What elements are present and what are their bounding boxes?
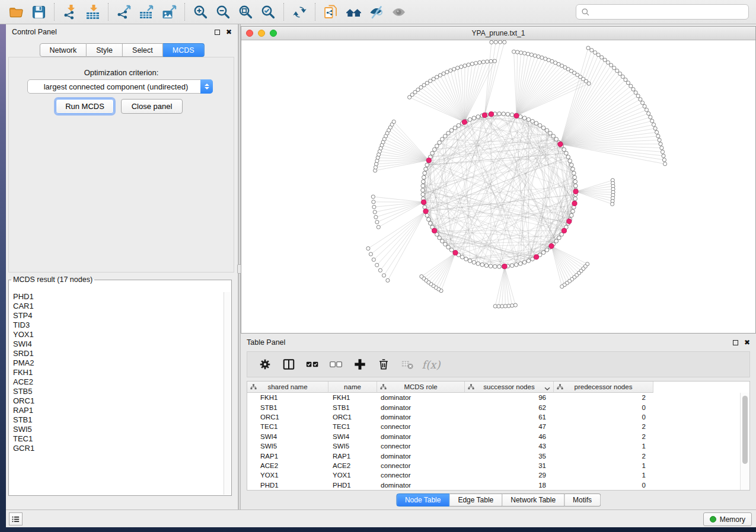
table-cell[interactable]: TEC1 bbox=[328, 423, 377, 430]
close-panel-icon[interactable]: ✖ bbox=[226, 28, 232, 36]
mcds-result-item[interactable]: SWI5 bbox=[9, 425, 224, 434]
memory-button[interactable]: Memory bbox=[703, 512, 752, 526]
table-cell[interactable]: 1 bbox=[554, 443, 653, 450]
mcds-result-item[interactable]: ACE2 bbox=[9, 377, 224, 387]
tab-motifs[interactable]: Motifs bbox=[564, 493, 601, 507]
table-cell[interactable]: 2 bbox=[554, 433, 653, 440]
first-neighbors-button[interactable] bbox=[342, 2, 365, 22]
table-cell[interactable]: 61 bbox=[465, 414, 554, 421]
mcds-result-item[interactable]: SWI4 bbox=[9, 339, 224, 349]
export-image-button[interactable] bbox=[158, 2, 180, 22]
mcds-result-item[interactable]: YOX1 bbox=[9, 330, 224, 339]
zoom-in-button[interactable] bbox=[189, 2, 212, 22]
table-row[interactable]: PHD1PHD1dominator180 bbox=[247, 480, 740, 490]
table-cell[interactable]: 35 bbox=[465, 453, 554, 460]
float-panel-icon[interactable] bbox=[215, 30, 220, 35]
refresh-view-button[interactable] bbox=[288, 2, 311, 22]
table-cell[interactable]: 29 bbox=[465, 472, 554, 479]
table-cell[interactable]: YOX1 bbox=[247, 472, 328, 479]
mcds-result-item[interactable]: PHD1 bbox=[9, 292, 224, 302]
import-network-button[interactable] bbox=[59, 2, 81, 22]
table-cell[interactable]: YOX1 bbox=[328, 472, 377, 479]
mcds-result-item[interactable]: SRD1 bbox=[9, 349, 224, 358]
table-cell[interactable]: 96 bbox=[465, 394, 554, 401]
table-cell[interactable]: dominator bbox=[377, 414, 465, 421]
mcds-result-item[interactable]: STP4 bbox=[9, 311, 224, 321]
tab-style[interactable]: Style bbox=[87, 43, 123, 57]
table-row[interactable]: RAP1RAP1dominator352 bbox=[247, 451, 740, 460]
table-cell[interactable]: SWI4 bbox=[328, 433, 377, 440]
mcds-result-item[interactable]: ORC1 bbox=[9, 396, 224, 406]
table-row[interactable]: SWI4SWI4dominator462 bbox=[247, 432, 740, 441]
table-cell[interactable]: PHD1 bbox=[247, 482, 328, 489]
zoom-selected-button[interactable] bbox=[257, 2, 279, 22]
table-row[interactable]: TEC1TEC1connector472 bbox=[247, 422, 740, 431]
table-cell[interactable]: dominator bbox=[377, 482, 465, 489]
criterion-select[interactable]: largest connected component (undirected) bbox=[27, 79, 213, 94]
tab-node-table[interactable]: Node Table bbox=[396, 493, 450, 507]
table-cell[interactable]: connector bbox=[377, 472, 465, 479]
table-cell[interactable]: RAP1 bbox=[328, 453, 377, 460]
search-box[interactable] bbox=[576, 4, 749, 20]
table-settings-button[interactable] bbox=[254, 354, 276, 375]
table-cell[interactable]: ORC1 bbox=[328, 414, 377, 421]
table-cell[interactable]: STB1 bbox=[247, 404, 328, 411]
task-history-button[interactable] bbox=[9, 512, 23, 525]
table-cell[interactable]: dominator bbox=[377, 404, 465, 411]
table-cell[interactable]: 43 bbox=[465, 443, 554, 450]
mcds-result-item[interactable]: PMA2 bbox=[9, 358, 224, 368]
show-columns-button[interactable] bbox=[278, 354, 299, 375]
column-header-name[interactable]: name bbox=[328, 382, 377, 393]
import-table-button[interactable] bbox=[81, 2, 104, 22]
table-cell[interactable]: TEC1 bbox=[247, 423, 328, 430]
open-session-button[interactable] bbox=[5, 2, 27, 22]
close-table-panel-icon[interactable]: ✖ bbox=[744, 339, 750, 346]
table-row[interactable]: ORC1ORC1dominator610 bbox=[247, 412, 740, 422]
table-cell[interactable]: STB1 bbox=[328, 404, 377, 411]
tab-network-table[interactable]: Network Table bbox=[502, 493, 564, 507]
search-input[interactable] bbox=[593, 8, 744, 16]
table-cell[interactable]: 2 bbox=[554, 423, 653, 430]
table-cell[interactable]: SWI5 bbox=[328, 443, 377, 450]
mcds-result-item[interactable]: CAR1 bbox=[9, 302, 224, 311]
run-mcds-button[interactable]: Run MCDS bbox=[56, 99, 114, 114]
mcds-list-scrollbar[interactable] bbox=[224, 292, 231, 495]
show-all-button[interactable] bbox=[387, 2, 410, 22]
close-panel-button[interactable]: Close panel bbox=[121, 99, 183, 114]
tab-mcds[interactable]: MCDS bbox=[163, 43, 205, 57]
delete-column-button[interactable] bbox=[373, 354, 394, 375]
table-cell[interactable]: 18 bbox=[465, 482, 554, 489]
table-cell[interactable]: FKH1 bbox=[328, 394, 377, 401]
table-cell[interactable]: 0 bbox=[554, 404, 653, 411]
mcds-result-item[interactable]: TID3 bbox=[9, 321, 224, 330]
mcds-result-item[interactable]: TEC1 bbox=[9, 434, 224, 444]
tab-select[interactable]: Select bbox=[123, 43, 163, 57]
table-cell[interactable]: ORC1 bbox=[247, 414, 328, 421]
mcds-result-item[interactable]: RAP1 bbox=[9, 406, 224, 415]
table-cell[interactable]: connector bbox=[377, 462, 465, 469]
zoom-out-button[interactable] bbox=[212, 2, 234, 22]
float-table-panel-icon[interactable] bbox=[733, 340, 738, 345]
export-network-button[interactable] bbox=[113, 2, 135, 22]
tab-edge-table[interactable]: Edge Table bbox=[449, 493, 502, 507]
mcds-result-item[interactable]: STB1 bbox=[9, 415, 224, 425]
table-cell[interactable]: PHD1 bbox=[328, 482, 377, 489]
add-column-button[interactable] bbox=[349, 354, 371, 375]
mcds-result-item[interactable]: GCR1 bbox=[9, 444, 224, 453]
network-canvas[interactable] bbox=[241, 40, 755, 333]
select-all-rows-button[interactable] bbox=[302, 354, 323, 375]
table-scrollbar[interactable] bbox=[740, 393, 749, 490]
column-header-predecessor-nodes[interactable]: predecessor nodes bbox=[554, 382, 653, 393]
table-cell[interactable]: 47 bbox=[465, 423, 554, 430]
table-row[interactable]: SWI5SWI5connector431 bbox=[247, 441, 740, 451]
table-cell[interactable]: SWI4 bbox=[247, 433, 328, 440]
table-cell[interactable]: ACE2 bbox=[328, 462, 377, 469]
table-row[interactable]: FKH1FKH1dominator962 bbox=[247, 393, 740, 402]
table-row[interactable]: ACE2ACE2connector311 bbox=[247, 461, 740, 470]
save-session-button[interactable] bbox=[27, 2, 50, 22]
table-cell[interactable]: dominator bbox=[377, 433, 465, 440]
table-row[interactable]: YOX1YOX1connector291 bbox=[247, 470, 740, 480]
table-cell[interactable]: dominator bbox=[377, 453, 465, 460]
table-cell[interactable]: 46 bbox=[465, 433, 554, 440]
table-cell[interactable]: 2 bbox=[554, 453, 653, 460]
